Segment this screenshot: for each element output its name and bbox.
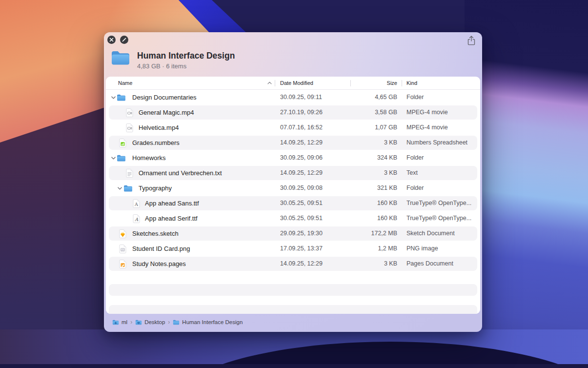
close-icon: [109, 38, 114, 42]
breadcrumb-label: ml: [122, 319, 127, 325]
file-kind: TrueType® OpenType...: [406, 211, 479, 226]
file-name: Typography: [139, 181, 172, 196]
file-name: Student ID Card.png: [132, 241, 190, 256]
page-title: Human Interface Design: [137, 51, 235, 61]
date-modified: 14.09.25, 12:29: [280, 135, 323, 150]
file-name: Sketches.sketch: [132, 226, 179, 241]
file-size: 3 KB: [328, 135, 397, 150]
image-file-icon: [119, 244, 126, 253]
pages-file-icon: [119, 259, 126, 268]
file-kind: Folder: [406, 90, 479, 105]
file-kind: Sketch Document: [406, 226, 479, 241]
desktop-wallpaper: [0, 98, 105, 368]
table-row[interactable]: Design Documentaries 30.09.25, 09:11 4,6…: [106, 90, 480, 105]
file-kind: TrueType® OpenType...: [406, 196, 479, 211]
date-modified: 14.09.25, 12:29: [280, 165, 323, 181]
font-file-icon: [133, 214, 140, 223]
date-modified: 30.09.25, 09:11: [280, 90, 322, 105]
column-divider: [402, 80, 402, 86]
file-kind: Folder: [406, 181, 479, 196]
date-modified: 07.07.16, 16:52: [280, 120, 323, 135]
movie-file-icon: [126, 108, 133, 117]
column-header-name[interactable]: Name: [118, 77, 132, 90]
share-button[interactable]: [466, 35, 476, 46]
empty-row: [109, 305, 477, 314]
breadcrumb-separator: ›: [168, 319, 170, 326]
file-kind: Text: [406, 165, 479, 181]
font-file-icon: [133, 199, 140, 208]
table-row[interactable]: App ahead Sans.ttf 30.05.25, 09:51 160 K…: [106, 196, 480, 211]
sort-ascending-icon: [267, 82, 272, 84]
date-modified: 30.05.25, 09:51: [280, 211, 323, 226]
table-body: Design Documentaries 30.09.25, 09:11 4,6…: [106, 90, 480, 271]
page-subtitle: 4,83 GB · 6 items: [137, 62, 186, 70]
file-size: 321 KB: [328, 181, 397, 196]
file-size: 4,65 GB: [328, 90, 397, 105]
file-kind: MPEG-4 movie: [406, 120, 479, 135]
column-header-kind[interactable]: Kind: [406, 77, 417, 90]
folder-icon: [173, 320, 180, 325]
column-header-size[interactable]: Size: [328, 77, 397, 90]
column-divider: [275, 80, 275, 86]
desktop: { "window": { "title": "Human Interface …: [0, 0, 588, 368]
breadcrumb-label: Human Interface Design: [182, 319, 243, 325]
file-size: 3,58 GB: [328, 105, 397, 120]
file-size: 172,2 MB: [328, 226, 397, 241]
numbers-file-icon: [119, 138, 126, 147]
empty-row: [109, 284, 477, 296]
file-list: Name Date Modified Size Kind Design Docu…: [106, 77, 480, 314]
file-name: Ornament und Verbrechen.txt: [139, 165, 222, 181]
date-modified: 30.05.25, 09:51: [280, 196, 323, 211]
close-button[interactable]: [107, 36, 116, 44]
file-size: 160 KB: [328, 196, 397, 211]
breadcrumb: ml › Desktop › Human Interface Design: [112, 318, 243, 327]
file-kind: Pages Document: [406, 256, 479, 271]
file-size: 160 KB: [328, 211, 397, 226]
desktop-wallpaper: [0, 364, 588, 368]
table-row[interactable]: Typography 30.09.25, 09:08 321 KB Folder: [106, 181, 480, 196]
chevron-down-icon[interactable]: [118, 187, 122, 190]
desktop-wallpaper: [465, 0, 588, 368]
chevron-down-icon[interactable]: [111, 96, 116, 99]
date-modified: 27.10.19, 09:26: [280, 105, 323, 120]
folder-icon: [123, 184, 133, 192]
share-icon: [466, 35, 476, 46]
breadcrumb-label: Desktop: [144, 319, 165, 325]
file-kind: PNG image: [406, 241, 479, 256]
desktop-folder-icon: [135, 320, 142, 325]
folder-icon: [117, 154, 126, 162]
file-kind: Folder: [406, 150, 479, 165]
date-modified: 30.09.25, 09:06: [280, 150, 323, 165]
date-modified: 14.09.25, 12:29: [280, 256, 323, 271]
chevron-down-icon[interactable]: [111, 157, 116, 160]
file-size: 3 KB: [328, 256, 397, 271]
date-modified: 29.09.25, 19:30: [280, 226, 323, 241]
preview-window: Human Interface Design 4,83 GB · 6 items…: [104, 32, 482, 332]
table-row[interactable]: Study Notes.pages 14.09.25, 12:29 3 KB P…: [106, 256, 480, 271]
breadcrumb-separator: ›: [130, 319, 132, 326]
breadcrumb-item-home[interactable]: ml: [112, 319, 127, 325]
column-header-date-modified[interactable]: Date Modified: [280, 77, 313, 90]
table-row[interactable]: General Magic.mp4 27.10.19, 09:26 3,58 G…: [106, 105, 480, 120]
table-row[interactable]: App ahead Serif.ttf 30.05.25, 09:51 160 …: [106, 211, 480, 226]
date-modified: 17.09.25, 13:37: [280, 241, 323, 256]
table-row[interactable]: Helvetica.mp4 07.07.16, 16:52 1,07 GB MP…: [106, 120, 480, 135]
file-kind: MPEG-4 movie: [406, 105, 479, 120]
table-row[interactable]: Ornament und Verbrechen.txt 14.09.25, 12…: [106, 165, 480, 181]
text-file-icon: [126, 168, 133, 178]
file-name: Homeworks: [132, 150, 166, 165]
folder-icon: [111, 50, 130, 66]
table-row[interactable]: Homeworks 30.09.25, 09:06 324 KB Folder: [106, 150, 480, 165]
prohibit-button[interactable]: [120, 36, 128, 44]
breadcrumb-item-current-folder[interactable]: Human Interface Design: [173, 319, 243, 325]
table-row[interactable]: Grades.numbers 14.09.25, 12:29 3 KB Numb…: [106, 135, 480, 150]
table-row[interactable]: Student ID Card.png 17.09.25, 13:37 1,2 …: [106, 241, 480, 256]
file-size: 3 KB: [328, 165, 397, 181]
file-size: 324 KB: [328, 150, 397, 165]
file-name: App ahead Serif.ttf: [145, 211, 198, 226]
file-name: App ahead Sans.ttf: [145, 196, 199, 211]
home-folder-icon: [112, 320, 119, 325]
table-row[interactable]: Sketches.sketch 29.09.25, 19:30 172,2 MB…: [106, 226, 480, 241]
folder-icon: [117, 94, 126, 101]
breadcrumb-item-desktop[interactable]: Desktop: [135, 319, 165, 325]
